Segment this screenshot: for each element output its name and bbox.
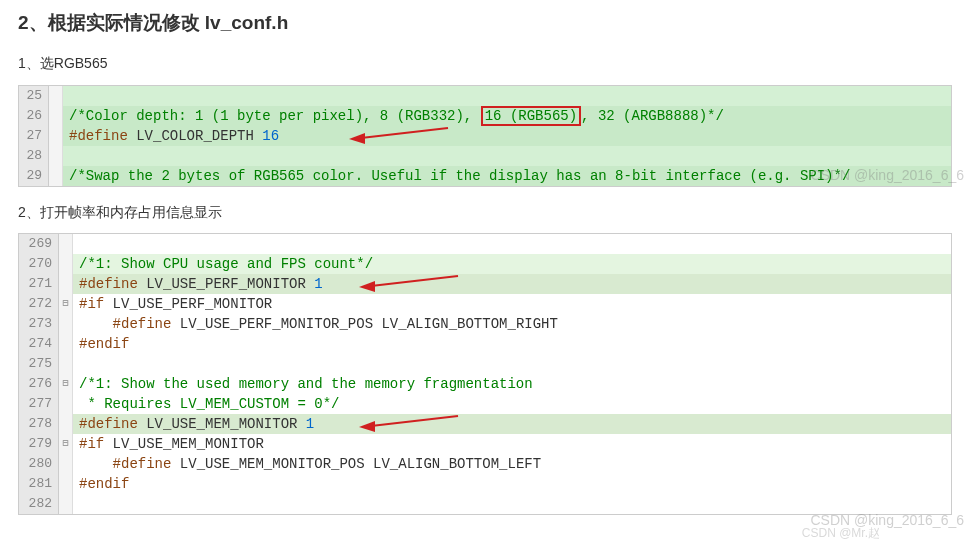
code-line: 269 xyxy=(19,234,951,254)
fold-gutter[interactable]: ⊟ xyxy=(59,374,73,394)
code-content xyxy=(73,234,951,254)
sub-heading-1: 1、选RGB565 xyxy=(18,52,952,74)
code-line: 277 * Requires LV_MEM_CUSTOM = 0*/ xyxy=(19,394,951,414)
code-content: #define LV_USE_PERF_MONITOR 1 xyxy=(73,274,951,294)
line-number: 29 xyxy=(19,166,49,186)
code-content: #endif xyxy=(73,334,951,354)
code-line: 278#define LV_USE_MEM_MONITOR 1 xyxy=(19,414,951,434)
code-content: * Requires LV_MEM_CUSTOM = 0*/ xyxy=(73,394,951,414)
section-heading: 2、根据实际情况修改 lv_conf.h xyxy=(18,8,952,38)
line-number: 25 xyxy=(19,86,49,106)
fold-gutter xyxy=(59,254,73,274)
code-line: 275 xyxy=(19,354,951,374)
line-number: 279 xyxy=(19,434,59,454)
fold-gutter xyxy=(59,454,73,474)
code-line: 273 #define LV_USE_PERF_MONITOR_POS LV_A… xyxy=(19,314,951,334)
line-number: 26 xyxy=(19,106,49,126)
code-content: /*1: Show CPU usage and FPS count*/ xyxy=(73,254,951,274)
code-line: 282 xyxy=(19,494,951,514)
svg-marker-1 xyxy=(349,133,365,144)
svg-line-0 xyxy=(361,128,448,138)
fold-gutter xyxy=(49,146,63,166)
code-content: #define LV_COLOR_DEPTH 16 xyxy=(63,126,951,146)
fold-gutter xyxy=(59,234,73,254)
line-number: 271 xyxy=(19,274,59,294)
line-number: 280 xyxy=(19,454,59,474)
line-number: 275 xyxy=(19,354,59,374)
fold-gutter xyxy=(59,314,73,334)
line-number: 278 xyxy=(19,414,59,434)
line-number: 269 xyxy=(19,234,59,254)
code-content: /*Swap the 2 bytes of RGB565 color. Usef… xyxy=(63,166,951,186)
fold-gutter xyxy=(59,354,73,374)
code-content: #define LV_USE_MEM_MONITOR 1 xyxy=(73,414,951,434)
code-line: 281#endif xyxy=(19,474,951,494)
svg-marker-5 xyxy=(359,421,375,432)
fold-gutter xyxy=(59,394,73,414)
fold-gutter xyxy=(59,334,73,354)
code-content: /*1: Show the used memory and the memory… xyxy=(73,374,951,394)
fold-gutter xyxy=(59,414,73,434)
code-line: 280 #define LV_USE_MEM_MONITOR_POS LV_AL… xyxy=(19,454,951,474)
line-number: 282 xyxy=(19,494,59,514)
code-line: 270/*1: Show CPU usage and FPS count*/ xyxy=(19,254,951,274)
code-line: 276⊟/*1: Show the used memory and the me… xyxy=(19,374,951,394)
arrow-annotation xyxy=(343,126,453,146)
highlight-box: 16 (RGB565) xyxy=(481,106,581,126)
fold-gutter xyxy=(49,126,63,146)
sub-heading-2: 2、打开帧率和内存占用信息显示 xyxy=(18,201,952,223)
code-line: 27#define LV_COLOR_DEPTH 16 xyxy=(19,126,951,146)
line-number: 276 xyxy=(19,374,59,394)
code-content: #if LV_USE_MEM_MONITOR xyxy=(73,434,951,454)
fold-gutter xyxy=(59,474,73,494)
line-number: 277 xyxy=(19,394,59,414)
code-block-2: 269270/*1: Show CPU usage and FPS count*… xyxy=(18,233,952,515)
line-number: 273 xyxy=(19,314,59,334)
code-content xyxy=(63,86,951,106)
code-line: 272⊟#if LV_USE_PERF_MONITOR xyxy=(19,294,951,314)
code-line: 279⊟#if LV_USE_MEM_MONITOR xyxy=(19,434,951,454)
fold-gutter xyxy=(49,86,63,106)
code-block-1: 2526/*Color depth: 1 (1 byte per pixel),… xyxy=(18,85,952,187)
svg-line-2 xyxy=(371,276,458,286)
code-content xyxy=(63,146,951,166)
code-line: 25 xyxy=(19,86,951,106)
svg-line-4 xyxy=(371,416,458,426)
code-content: #if LV_USE_PERF_MONITOR xyxy=(73,294,951,314)
line-number: 274 xyxy=(19,334,59,354)
arrow-annotation xyxy=(353,414,463,434)
arrow-annotation xyxy=(353,274,463,294)
code-content: #define LV_USE_PERF_MONITOR_POS LV_ALIGN… xyxy=(73,314,951,334)
fold-gutter xyxy=(59,274,73,294)
watermark: CSDN @Mr.赵 xyxy=(802,524,880,543)
code-content: #endif xyxy=(73,474,951,494)
code-content: /*Color depth: 1 (1 byte per pixel), 8 (… xyxy=(63,106,951,126)
code-content xyxy=(73,354,951,374)
svg-marker-3 xyxy=(359,281,375,292)
line-number: 28 xyxy=(19,146,49,166)
fold-gutter xyxy=(59,494,73,514)
fold-gutter xyxy=(49,166,63,186)
line-number: 27 xyxy=(19,126,49,146)
line-number: 270 xyxy=(19,254,59,274)
code-content: #define LV_USE_MEM_MONITOR_POS LV_ALIGN_… xyxy=(73,454,951,474)
code-line: 26/*Color depth: 1 (1 byte per pixel), 8… xyxy=(19,106,951,126)
code-line: 274#endif xyxy=(19,334,951,354)
fold-gutter[interactable]: ⊟ xyxy=(59,294,73,314)
line-number: 281 xyxy=(19,474,59,494)
line-number: 272 xyxy=(19,294,59,314)
code-line: 271#define LV_USE_PERF_MONITOR 1 xyxy=(19,274,951,294)
fold-gutter[interactable]: ⊟ xyxy=(59,434,73,454)
code-line: 29/*Swap the 2 bytes of RGB565 color. Us… xyxy=(19,166,951,186)
fold-gutter xyxy=(49,106,63,126)
code-line: 28 xyxy=(19,146,951,166)
code-content xyxy=(73,494,951,514)
